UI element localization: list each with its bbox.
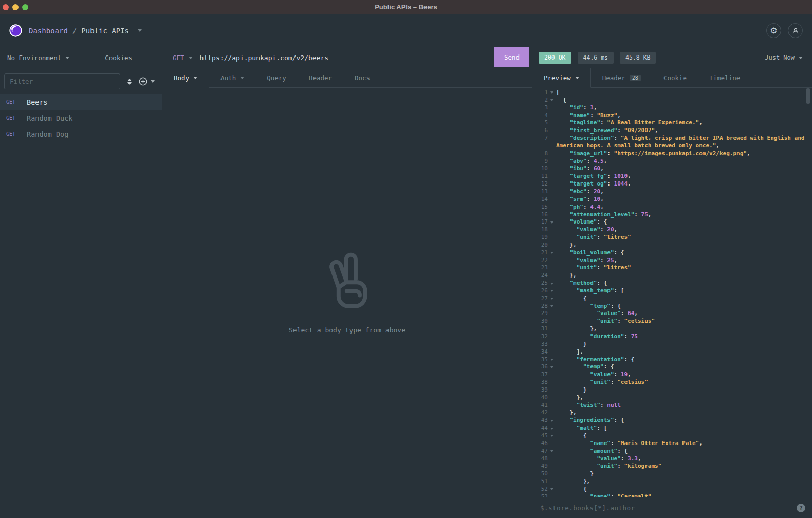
code-line: 28 "temp": { [532, 303, 812, 310]
code-line: 43 "ingredients": { [532, 417, 812, 424]
fold-spacer [548, 119, 556, 127]
help-icon[interactable]: ? [797, 504, 805, 512]
window-title: Public APIs – Beers [375, 3, 437, 11]
chevron-down-icon [799, 57, 803, 59]
fold-toggle-icon[interactable] [548, 89, 556, 97]
account-button[interactable] [788, 23, 803, 38]
response-preview: 1[2 {3 "id": 1,4 "name": "Buzz",5 "tagli… [532, 88, 812, 497]
response-tab-timeline[interactable]: Timeline [698, 68, 751, 87]
sort-icon [127, 79, 132, 85]
response-tab-header[interactable]: Header28 [591, 68, 652, 87]
code-text: "unit": "kilograms" [556, 462, 812, 470]
code-text: "description": "A light, crisp and bitte… [556, 135, 812, 142]
code-text: } [556, 341, 812, 348]
fold-spacer [548, 112, 556, 120]
url-input[interactable] [199, 53, 494, 62]
send-button[interactable]: Send [494, 47, 529, 67]
breadcrumb-dashboard-link[interactable]: Dashboard [29, 27, 68, 35]
chevron-down-icon[interactable] [138, 29, 142, 32]
cookies-button[interactable]: Cookies [105, 54, 132, 62]
request-tabbar: BodyAuthQueryHeaderDocs [162, 68, 532, 88]
fold-toggle-icon[interactable] [548, 486, 556, 493]
code-text: } [556, 386, 812, 394]
code-line: 19 "unit": "litres" [532, 234, 812, 242]
line-number: 48 [532, 455, 548, 463]
environment-dropdown[interactable]: No Environment [7, 54, 69, 62]
fold-toggle-icon[interactable] [548, 249, 556, 257]
chevron-down-icon [151, 80, 155, 83]
fold-toggle-icon[interactable] [548, 303, 556, 310]
line-number: 22 [532, 257, 548, 265]
code-line: 26 "mash_temp": [ [532, 287, 812, 295]
code-text: }, [556, 409, 812, 417]
code-line: 40 }, [532, 394, 812, 402]
code-text: "value": 25, [556, 257, 812, 265]
method-dropdown[interactable]: GET [162, 54, 199, 62]
line-number: 32 [532, 333, 548, 341]
fold-spacer [548, 158, 556, 165]
sort-button[interactable] [127, 79, 132, 85]
line-number: 46 [532, 440, 548, 448]
fold-spacer [548, 470, 556, 478]
code-line: 25 "method": { [532, 280, 812, 287]
code-text: "ebc": 20, [556, 188, 812, 196]
fold-spacer [548, 462, 556, 470]
fold-toggle-icon[interactable] [548, 295, 556, 303]
sidebar-item-random-dog[interactable]: GETRandom Dog [0, 126, 162, 142]
fold-toggle-icon[interactable] [548, 432, 556, 440]
tab-label: Cookie [663, 74, 687, 82]
request-tab-auth[interactable]: Auth [209, 68, 255, 87]
line-number: 3 [532, 104, 548, 112]
fold-toggle-icon[interactable] [548, 363, 556, 371]
app-logo-icon[interactable] [9, 24, 22, 37]
fold-toggle-icon[interactable] [548, 417, 556, 424]
code-text: "fermentation": { [556, 356, 812, 364]
add-request-button[interactable] [139, 77, 155, 86]
code-line: 38 "unit": "celsius" [532, 379, 812, 386]
code-text: "unit": "litres" [556, 234, 812, 242]
minimize-window-button[interactable] [12, 4, 19, 10]
request-tab-body[interactable]: Body [162, 68, 209, 88]
line-number: 49 [532, 462, 548, 470]
code-text: "volume": { [556, 218, 812, 226]
method-badge: GET [6, 131, 20, 137]
scrollbar-thumb[interactable] [806, 88, 810, 104]
fold-toggle-icon[interactable] [548, 97, 556, 104]
response-tab-cookie[interactable]: Cookie [652, 68, 698, 87]
fold-spacer [548, 234, 556, 242]
code-line: 29 "value": 64, [532, 310, 812, 318]
response-filter-input[interactable] [539, 504, 791, 512]
fold-spacer [548, 165, 556, 173]
traffic-lights [3, 4, 28, 10]
code-text: "target_fg": 1010, [556, 173, 812, 180]
breadcrumb-workspace[interactable]: Public APIs [81, 27, 129, 35]
line-number: 1 [532, 89, 548, 97]
fold-toggle-icon[interactable] [548, 218, 556, 226]
code-line: 8 "image_url": "https://images.punkapi.c… [532, 150, 812, 158]
code-line: 21 "boil_volume": { [532, 249, 812, 257]
code-text: "twist": null [556, 402, 812, 410]
close-window-button[interactable] [3, 4, 9, 10]
fold-toggle-icon[interactable] [548, 448, 556, 455]
sidebar-item-beers[interactable]: GETBeers [0, 94, 162, 110]
zoom-window-button[interactable] [22, 4, 28, 10]
response-tab-preview[interactable]: Preview [532, 68, 591, 88]
fold-toggle-icon[interactable] [548, 424, 556, 432]
sidebar-item-random-duck[interactable]: GETRandom Duck [0, 110, 162, 126]
filter-input[interactable] [4, 73, 120, 89]
tab-label: Body [174, 74, 189, 82]
fold-spacer [548, 257, 556, 265]
fold-toggle-icon[interactable] [548, 287, 556, 295]
fold-toggle-icon[interactable] [548, 356, 556, 364]
fold-spacer [548, 104, 556, 112]
request-tab-header[interactable]: Header [298, 68, 343, 87]
fold-spacer [548, 478, 556, 486]
line-number: 15 [532, 203, 548, 211]
line-number: 39 [532, 386, 548, 394]
request-tab-query[interactable]: Query [255, 68, 298, 87]
settings-button[interactable]: ⚙ [766, 23, 781, 38]
fold-toggle-icon[interactable] [548, 280, 556, 287]
breadcrumb-separator: / [72, 27, 77, 35]
response-history-dropdown[interactable]: Just Now [765, 54, 806, 61]
request-tab-docs[interactable]: Docs [343, 68, 381, 87]
